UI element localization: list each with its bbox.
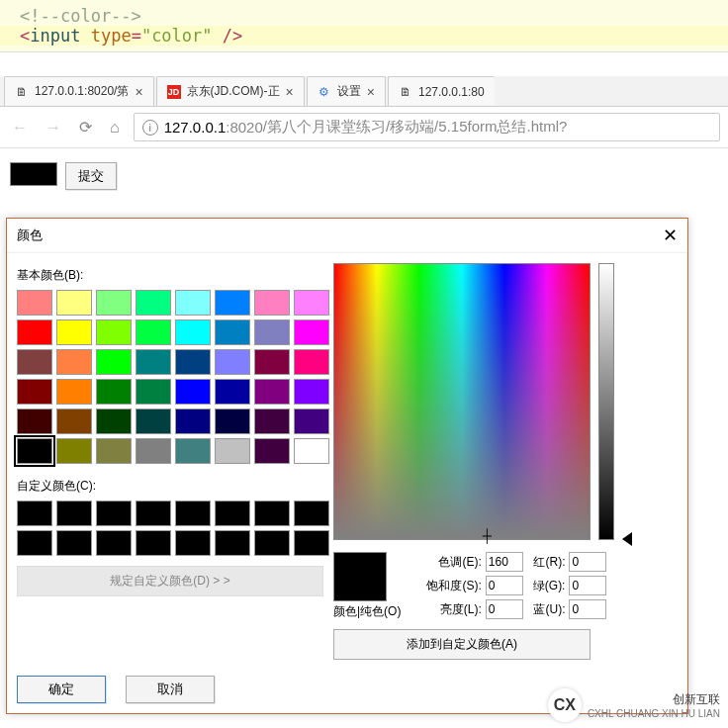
custom-swatch[interactable] xyxy=(294,530,329,556)
url-input[interactable]: i 127.0.0.1:8020/第八个月课堂练习/移动端/5.15form总结… xyxy=(134,113,720,141)
close-icon[interactable]: × xyxy=(367,84,375,100)
color-swatch[interactable] xyxy=(254,438,290,464)
color-gradient-picker[interactable]: ┼ xyxy=(333,263,591,540)
color-swatch[interactable] xyxy=(254,409,290,434)
color-swatch[interactable] xyxy=(17,379,52,405)
color-swatch[interactable] xyxy=(136,409,171,434)
color-swatch[interactable] xyxy=(56,379,92,405)
red-input[interactable] xyxy=(569,552,606,572)
custom-swatch[interactable] xyxy=(56,500,92,526)
custom-swatch[interactable] xyxy=(56,530,92,556)
color-swatch[interactable] xyxy=(254,379,290,405)
color-swatch[interactable] xyxy=(17,319,52,345)
custom-color-row xyxy=(17,530,323,556)
blue-input[interactable] xyxy=(569,599,606,619)
color-swatch[interactable] xyxy=(96,409,132,434)
color-swatch[interactable] xyxy=(294,409,329,434)
color-swatch[interactable] xyxy=(294,290,329,316)
define-custom-button[interactable]: 规定自定义颜色(D) > > xyxy=(17,566,323,596)
cancel-button[interactable]: 取消 xyxy=(126,676,215,703)
color-swatch[interactable] xyxy=(215,409,250,434)
color-swatch[interactable] xyxy=(136,349,171,375)
back-icon[interactable]: ← xyxy=(8,119,32,136)
color-swatch[interactable] xyxy=(175,319,211,345)
url-path: /第八个月课堂练习/移动端/5.15form总结.html? xyxy=(263,118,568,136)
custom-swatch[interactable] xyxy=(254,500,290,526)
close-icon[interactable]: ✕ xyxy=(663,225,678,246)
color-swatch[interactable] xyxy=(175,290,211,316)
close-icon[interactable]: × xyxy=(286,84,294,100)
luminance-arrow-icon[interactable] xyxy=(622,532,632,546)
color-swatch[interactable] xyxy=(254,319,290,345)
color-swatch[interactable] xyxy=(56,290,92,316)
color-swatch[interactable] xyxy=(175,409,211,434)
color-swatch[interactable] xyxy=(136,319,171,345)
color-swatch[interactable] xyxy=(294,438,329,464)
color-swatch[interactable] xyxy=(17,349,52,375)
submit-button[interactable]: 提交 xyxy=(65,162,117,190)
color-swatch[interactable] xyxy=(17,290,52,316)
color-swatch[interactable] xyxy=(96,290,132,316)
custom-swatch[interactable] xyxy=(17,500,52,526)
color-swatch[interactable] xyxy=(215,290,250,316)
color-swatch[interactable] xyxy=(294,379,329,405)
ok-button[interactable]: 确定 xyxy=(17,676,106,703)
preview-label: 颜色|纯色(O) xyxy=(333,603,401,620)
custom-swatch[interactable] xyxy=(96,530,132,556)
custom-swatch[interactable] xyxy=(136,530,171,556)
custom-swatch[interactable] xyxy=(175,500,211,526)
color-swatch[interactable] xyxy=(215,438,250,464)
color-swatch[interactable] xyxy=(96,349,132,375)
luminance-slider[interactable] xyxy=(598,263,614,540)
close-icon[interactable]: × xyxy=(135,84,142,100)
lum-input[interactable] xyxy=(486,599,523,619)
color-swatch[interactable] xyxy=(56,409,92,434)
browser-tab-1[interactable]: JD 京东(JD.COM)-正 × xyxy=(156,76,305,106)
browser-tab-2[interactable]: ⚙ 设置 × xyxy=(307,76,386,106)
color-swatch[interactable] xyxy=(96,319,132,345)
color-swatch[interactable] xyxy=(215,379,250,405)
tab-label: 127.0.0.1:8020/第 xyxy=(35,83,129,100)
color-swatch[interactable] xyxy=(56,319,92,345)
color-swatch[interactable] xyxy=(136,438,171,464)
color-swatch[interactable] xyxy=(175,379,211,405)
color-swatch[interactable] xyxy=(215,349,250,375)
color-swatch[interactable] xyxy=(136,290,171,316)
color-swatch[interactable] xyxy=(254,290,290,316)
color-swatch[interactable] xyxy=(56,438,92,464)
color-swatch[interactable] xyxy=(96,438,132,464)
custom-swatch[interactable] xyxy=(136,500,171,526)
color-swatch[interactable] xyxy=(175,438,211,464)
reload-icon[interactable]: ⟳ xyxy=(75,118,96,136)
color-swatch[interactable] xyxy=(17,438,52,464)
hue-label: 色调(E): xyxy=(438,554,481,571)
hue-input[interactable] xyxy=(486,552,523,572)
forward-icon[interactable]: → xyxy=(42,119,65,136)
custom-swatch[interactable] xyxy=(17,530,52,556)
color-swatch[interactable] xyxy=(254,349,290,375)
color-swatch[interactable] xyxy=(96,379,132,405)
color-swatch[interactable] xyxy=(175,349,211,375)
color-swatch[interactable] xyxy=(17,409,52,434)
sat-input[interactable] xyxy=(486,576,523,595)
add-custom-button[interactable]: 添加到自定义颜色(A) xyxy=(333,629,591,660)
browser-tab-0[interactable]: 🗎 127.0.0.1:8020/第 × xyxy=(4,76,154,106)
custom-swatch[interactable] xyxy=(254,530,290,556)
dialog-titlebar[interactable]: 颜色 ✕ xyxy=(7,219,687,253)
blue-label: 蓝(U): xyxy=(533,601,565,618)
home-icon[interactable]: ⌂ xyxy=(106,119,124,136)
color-swatch[interactable] xyxy=(56,349,92,375)
custom-swatch[interactable] xyxy=(96,500,132,526)
custom-swatch[interactable] xyxy=(175,530,211,556)
color-swatch[interactable] xyxy=(294,319,329,345)
browser-tab-3[interactable]: 🗎 127.0.0.1:80 xyxy=(388,76,495,106)
color-swatch[interactable] xyxy=(294,349,329,375)
custom-swatch[interactable] xyxy=(294,500,329,526)
color-swatch[interactable] xyxy=(136,379,171,405)
color-input-preview[interactable] xyxy=(10,162,57,186)
color-swatch[interactable] xyxy=(215,319,250,345)
custom-color-row xyxy=(17,500,323,526)
green-input[interactable] xyxy=(569,576,606,595)
custom-swatch[interactable] xyxy=(215,500,250,526)
custom-swatch[interactable] xyxy=(215,530,250,556)
